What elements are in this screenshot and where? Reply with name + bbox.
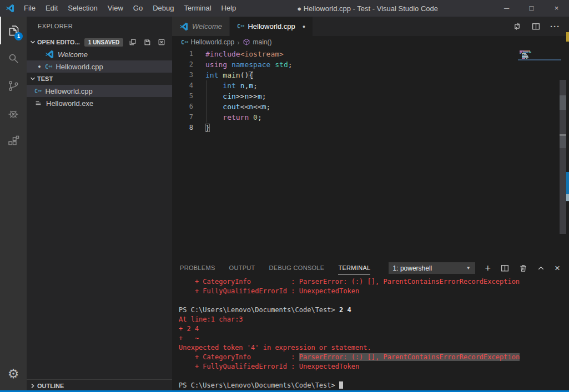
scrollbar-thumb[interactable] — [560, 95, 566, 110]
code-editor[interactable]: 1#include<iostream>2using namespace std;… — [172, 48, 569, 259]
overview-ruler-mark-blue — [566, 172, 569, 194]
modified-dot[interactable]: ● — [303, 24, 305, 29]
workbench-body: 1⚙ EXPLORER OPEN EDITO... 1 UNSAVED Welc… — [0, 17, 569, 392]
terminal-line — [179, 371, 569, 381]
menu-help[interactable]: Help — [216, 0, 241, 17]
outline-label: OUTLINE — [37, 383, 64, 389]
activitybar-search[interactable] — [0, 44, 27, 72]
tab-label: Helloworld.cpp — [248, 22, 295, 30]
close-all-editors-button[interactable] — [158, 38, 165, 46]
line-number: 7 — [172, 112, 193, 123]
menu-go[interactable]: Go — [128, 0, 148, 17]
open-editors-header[interactable]: OPEN EDITO... 1 UNSAVED — [27, 36, 172, 48]
line-number: 1 — [172, 49, 193, 59]
open-changes-button[interactable] — [512, 22, 522, 31]
activitybar-source-control[interactable] — [0, 72, 27, 100]
dropdown-arrow-icon: ▼ — [466, 266, 471, 271]
panel-tab-terminal[interactable]: TERMINAL — [338, 262, 370, 274]
chevron-down-icon — [28, 38, 37, 47]
vscode-window: FileEditSelectionViewGoDebugTerminalHelp… — [0, 0, 569, 392]
open-editors-label: OPEN EDITO... — [37, 39, 80, 45]
menu-file[interactable]: File — [19, 0, 41, 17]
code-text: using namespace std; — [193, 59, 293, 70]
cpp-file-icon: C++ — [237, 23, 244, 29]
breadcrumb: C++ Helloworld.cpp › main() — [172, 36, 569, 48]
vscode-logo-icon — [6, 4, 14, 13]
maximize-button[interactable]: □ — [519, 0, 544, 17]
code-text: cin>>n>>m; — [193, 91, 266, 101]
breadcrumb-symbol[interactable]: main() — [253, 38, 272, 46]
file-helloworld-exe[interactable]: Helloworld.exe — [27, 97, 172, 109]
minimize-button[interactable]: ─ — [494, 0, 519, 17]
line-number: 2 — [172, 59, 193, 70]
editor-scrollbar[interactable] — [560, 80, 566, 234]
code-text: int main(){ — [193, 70, 253, 80]
indent-guide — [206, 80, 207, 123]
menu-bar: FileEditSelectionViewGoDebugTerminalHelp — [19, 0, 241, 17]
vscode-logo-icon — [45, 50, 54, 59]
open-editors-actions — [129, 38, 172, 46]
folder-header[interactable]: TEST — [27, 73, 172, 85]
open-editor-label: Helloworld.cpp — [56, 63, 103, 71]
panel-tab-output[interactable]: OUTPUT — [229, 262, 255, 274]
more-actions-button[interactable]: ··· — [550, 22, 560, 31]
menu-view[interactable]: View — [103, 0, 128, 17]
open-editor-welcome[interactable]: Welcome — [27, 48, 172, 60]
modified-dot: ● — [34, 64, 45, 69]
panel-tab-problems[interactable]: PROBLEMS — [180, 262, 215, 274]
activitybar-debug[interactable] — [0, 100, 27, 128]
folder-file-list: C++Helloworld.cppHelloworld.exe — [27, 85, 172, 109]
menu-selection[interactable]: Selection — [63, 0, 102, 17]
exe-file-icon — [34, 99, 42, 107]
vscode-logo-icon — [179, 22, 188, 31]
terminal-line — [179, 296, 569, 306]
minimap-currentline-marker — [518, 59, 561, 60]
open-editor-label: Welcome — [58, 50, 88, 59]
terminal-line: + 2 4 — [179, 324, 569, 334]
terminal-picker[interactable]: 1: powershell ▼ — [389, 262, 475, 274]
terminal-line: PS C:\Users\Lenovo\Documents\Code\Test> … — [179, 306, 569, 315]
activitybar-extensions[interactable] — [0, 128, 27, 155]
close-button[interactable]: × — [544, 0, 569, 17]
panel-actions: +× — [475, 263, 569, 273]
split-terminal-button[interactable] — [500, 263, 510, 273]
panel-header: PROBLEMSOUTPUTDEBUG CONSOLETERMINAL 1: p… — [172, 259, 569, 277]
activitybar-explorer[interactable]: 1 — [0, 17, 27, 44]
terminal-line: + CategoryInfo : ParserError: (:) [], Pa… — [179, 353, 569, 362]
menu-debug[interactable]: Debug — [148, 0, 179, 17]
terminal-output[interactable]: + CategoryInfo : ParserError: (:) [], Pa… — [172, 277, 569, 392]
terminal-line: At line:1 char:3 — [179, 315, 569, 324]
terminal-line: + ~ — [179, 334, 569, 343]
line-number: 6 — [172, 101, 193, 112]
window-title: ● Helloworld.cpp - Test - Visual Studio … — [241, 4, 494, 13]
kill-terminal-button[interactable] — [519, 264, 527, 272]
file-helloworld-cpp[interactable]: C++Helloworld.cpp — [27, 85, 172, 97]
code-line-4: 4 int n,m; — [172, 80, 569, 91]
menu-terminal[interactable]: Terminal — [179, 0, 216, 17]
tab-helloworld-cpp[interactable]: C++Helloworld.cpp● — [230, 17, 313, 36]
maximize-panel-button[interactable] — [537, 264, 545, 272]
new-terminal-button[interactable]: + — [485, 264, 491, 272]
scrollbar-marker — [560, 136, 566, 148]
search-icon — [7, 52, 20, 65]
terminal-line: + FullyQualifiedErrorId : UnexpectedToke… — [179, 287, 569, 296]
code-line-6: 6 cout<<n<<m; — [172, 101, 569, 112]
save-all-button[interactable] — [143, 38, 151, 46]
menu-edit[interactable]: Edit — [41, 0, 63, 17]
chevron-right-icon — [28, 381, 37, 390]
editor-group: WelcomeC++Helloworld.cpp● ··· C++ Hellow… — [172, 17, 569, 392]
code-line-3: 3int main(){ — [172, 70, 569, 80]
close-panel-button[interactable]: × — [555, 264, 560, 272]
panel-tab-debug-console[interactable]: DEBUG CONSOLE — [269, 262, 325, 274]
editor-actions: ··· — [512, 17, 569, 36]
terminal-line: PS C:\Users\Lenovo\Documents\Code\Test> — [179, 381, 569, 390]
breadcrumb-file[interactable]: Helloworld.cpp — [190, 38, 234, 46]
open-editor-helloworld-cpp[interactable]: ●C++Helloworld.cpp — [27, 60, 172, 73]
code-line-8: 8} — [172, 123, 569, 133]
line-number: 4 — [172, 80, 193, 91]
split-editor-button[interactable] — [531, 22, 541, 31]
tab-welcome[interactable]: Welcome — [172, 17, 230, 36]
activitybar-settings[interactable]: ⚙ — [0, 360, 27, 388]
new-untitled-editor-button[interactable] — [129, 38, 137, 46]
cpp-file-icon: C++ — [34, 88, 41, 94]
